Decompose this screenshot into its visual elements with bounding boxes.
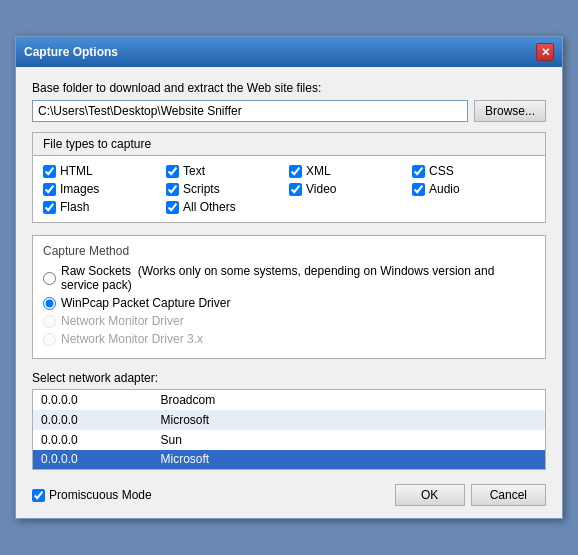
bottom-row: Promiscuous Mode OK Cancel <box>32 480 546 506</box>
radio-raw-label: Raw Sockets (Works only on some systems,… <box>61 264 535 292</box>
filetypes-title: File types to capture <box>33 133 545 156</box>
filetype-xml: XML <box>289 164 412 178</box>
folder-input[interactable] <box>32 100 468 122</box>
filetypes-group: File types to capture HTML Text XML CSS <box>32 132 546 223</box>
capture-method-group: Capture Method Raw Sockets (Works only o… <box>32 235 546 359</box>
capture-options-window: Capture Options ✕ Base folder to downloa… <box>15 36 563 519</box>
filetype-allothers: All Others <box>166 200 289 214</box>
filetype-text-label: Text <box>183 164 205 178</box>
filetype-xml-checkbox[interactable] <box>289 165 302 178</box>
adapter-name-0: Broadcom <box>153 390 546 410</box>
title-bar: Capture Options ✕ <box>16 37 562 67</box>
filetype-scripts: Scripts <box>166 182 289 196</box>
promiscuous-checkbox[interactable] <box>32 489 45 502</box>
capture-method-title: Capture Method <box>43 244 535 258</box>
radio-netmon-input[interactable] <box>43 315 56 328</box>
adapter-row-2[interactable]: 0.0.0.0 Sun <box>33 430 546 450</box>
radio-netmon: Network Monitor Driver <box>43 314 535 328</box>
adapter-label: Select network adapter: <box>32 371 546 385</box>
adapter-row-1[interactable]: 0.0.0.0 Microsoft <box>33 410 546 430</box>
adapter-ip-1: 0.0.0.0 <box>33 410 153 430</box>
filetype-flash: Flash <box>43 200 166 214</box>
radio-winpcap: WinPcap Packet Capture Driver <box>43 296 535 310</box>
radio-netmon-label: Network Monitor Driver <box>61 314 184 328</box>
ok-button[interactable]: OK <box>395 484 465 506</box>
radio-netmon3-label: Network Monitor Driver 3.x <box>61 332 203 346</box>
filetype-allothers-checkbox[interactable] <box>166 201 179 214</box>
filetypes-grid: HTML Text XML CSS Images <box>43 164 535 214</box>
filetype-images: Images <box>43 182 166 196</box>
filetype-html-checkbox[interactable] <box>43 165 56 178</box>
filetype-css-label: CSS <box>429 164 454 178</box>
radio-netmon3-input[interactable] <box>43 333 56 346</box>
promiscuous-row: Promiscuous Mode <box>32 488 152 502</box>
filetype-video: Video <box>289 182 412 196</box>
filetype-video-checkbox[interactable] <box>289 183 302 196</box>
radio-raw-input[interactable] <box>43 272 56 285</box>
buttons-row: OK Cancel <box>395 484 546 506</box>
filetype-xml-label: XML <box>306 164 331 178</box>
adapter-ip-3: 0.0.0.0 <box>33 450 153 470</box>
window-title: Capture Options <box>24 45 118 59</box>
filetype-scripts-label: Scripts <box>183 182 220 196</box>
radio-netmon3: Network Monitor Driver 3.x <box>43 332 535 346</box>
adapter-name-2: Sun <box>153 430 546 450</box>
adapter-ip-0: 0.0.0.0 <box>33 390 153 410</box>
folder-row: Browse... <box>32 100 546 122</box>
filetype-html-label: HTML <box>60 164 93 178</box>
filetype-text: Text <box>166 164 289 178</box>
adapter-row-3[interactable]: 0.0.0.0 Microsoft <box>33 450 546 470</box>
dialog-content: Base folder to download and extract the … <box>16 67 562 518</box>
adapter-table: 0.0.0.0 Broadcom 0.0.0.0 Microsoft 0.0.0… <box>32 389 546 470</box>
promiscuous-label: Promiscuous Mode <box>49 488 152 502</box>
filetype-images-checkbox[interactable] <box>43 183 56 196</box>
filetype-html: HTML <box>43 164 166 178</box>
radio-raw-sockets: Raw Sockets (Works only on some systems,… <box>43 264 535 292</box>
radio-winpcap-label: WinPcap Packet Capture Driver <box>61 296 230 310</box>
filetype-audio-label: Audio <box>429 182 460 196</box>
filetype-text-checkbox[interactable] <box>166 165 179 178</box>
filetype-scripts-checkbox[interactable] <box>166 183 179 196</box>
filetype-css: CSS <box>412 164 535 178</box>
filetype-audio: Audio <box>412 182 535 196</box>
adapter-row-0[interactable]: 0.0.0.0 Broadcom <box>33 390 546 410</box>
filetype-flash-checkbox[interactable] <box>43 201 56 214</box>
filetype-css-checkbox[interactable] <box>412 165 425 178</box>
cancel-button[interactable]: Cancel <box>471 484 546 506</box>
radio-winpcap-input[interactable] <box>43 297 56 310</box>
adapter-name-1: Microsoft <box>153 410 546 430</box>
filetype-audio-checkbox[interactable] <box>412 183 425 196</box>
adapter-name-3: Microsoft <box>153 450 546 470</box>
filetype-images-label: Images <box>60 182 99 196</box>
filetype-allothers-label: All Others <box>183 200 236 214</box>
filetype-video-label: Video <box>306 182 336 196</box>
adapter-group: Select network adapter: 0.0.0.0 Broadcom… <box>32 371 546 470</box>
filetype-flash-label: Flash <box>60 200 89 214</box>
folder-label: Base folder to download and extract the … <box>32 81 546 95</box>
adapter-ip-2: 0.0.0.0 <box>33 430 153 450</box>
close-button[interactable]: ✕ <box>536 43 554 61</box>
browse-button[interactable]: Browse... <box>474 100 546 122</box>
